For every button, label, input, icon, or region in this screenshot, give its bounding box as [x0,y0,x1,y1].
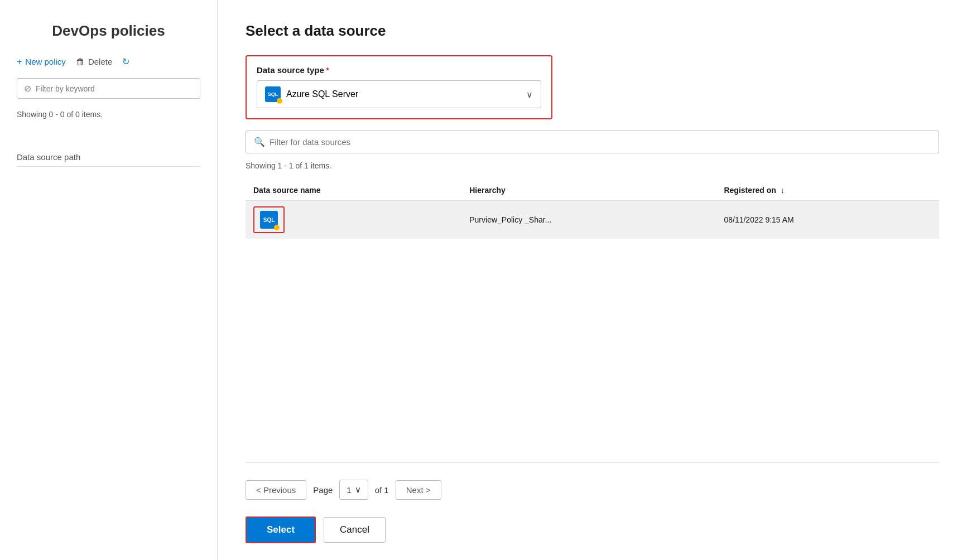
dialog-title: Select a data source [246,22,939,40]
cancel-button[interactable]: Cancel [324,517,386,543]
new-policy-label: New policy [25,57,66,66]
refresh-button[interactable]: ↻ [122,56,129,67]
chevron-down-icon: ∨ [526,89,533,100]
refresh-icon: ↻ [122,56,129,67]
sort-desc-icon: ↓ [781,186,785,195]
page-value: 1 [347,485,351,495]
selected-row-highlight: SQL [253,206,285,233]
datasource-type-dropdown[interactable]: SQL Azure SQL Server ∨ [257,80,541,108]
table-row[interactable]: SQL Purview_Policy _Shar... 08/11/2022 9… [246,201,939,239]
datasource-table-container: Data source name Hierarchy Registered on… [246,180,939,462]
page-chevron-icon: ∨ [355,485,361,495]
datasource-table: Data source name Hierarchy Registered on… [246,180,939,239]
filter-icon: ⊘ [24,83,31,94]
main-panel: Select a data source Data source type* S… [218,0,967,560]
sidebar-filter-wrapper: ⊘ [17,78,200,99]
page-label: Page [313,485,333,495]
row-sql-icon: SQL [260,211,278,229]
previous-button[interactable]: < Previous [246,480,306,500]
action-buttons: Select Cancel [246,511,939,543]
sidebar-showing-text: Showing 0 - 0 of 0 items. [17,110,200,119]
row-name-cell: SQL [246,201,461,239]
next-label: Next > [406,485,431,495]
required-marker: * [326,65,329,75]
next-button[interactable]: Next > [396,480,441,500]
sidebar-filter-input[interactable] [36,84,193,93]
sql-server-icon: SQL [265,86,281,102]
sidebar-toolbar: + New policy 🗑 Delete ↻ [17,56,200,67]
col-header-registered-on[interactable]: Registered on ↓ [716,180,939,201]
search-icon: 🔍 [254,137,265,147]
sidebar-title: DevOps policies [17,22,200,40]
row-registered-on-cell: 08/11/2022 9:15 AM [716,201,939,239]
sidebar-datasource-path-label: Data source path [17,152,200,167]
col-header-name: Data source name [246,180,461,201]
delete-icon: 🗑 [76,57,85,67]
row-hierarchy-cell: Purview_Policy _Shar... [461,201,716,239]
sidebar: DevOps policies + New policy 🗑 Delete ↻ … [0,0,218,560]
datasource-showing-text: Showing 1 - 1 of 1 items. [246,161,939,170]
datasource-filter-input[interactable] [270,137,931,147]
datasource-type-section: Data source type* SQL Azure SQL Server ∨ [246,55,552,119]
col-header-hierarchy: Hierarchy [461,180,716,201]
datasource-type-value: Azure SQL Server [286,89,358,99]
new-policy-button[interactable]: + New policy [17,57,66,67]
pagination-bar: < Previous Page 1 ∨ of 1 Next > [246,462,939,500]
delete-button[interactable]: 🗑 Delete [76,57,112,67]
datasource-filter-wrapper: 🔍 [246,131,939,153]
page-select-dropdown[interactable]: 1 ∨ [339,480,368,500]
plus-icon: + [17,57,22,67]
previous-label: < Previous [256,485,296,495]
delete-label: Delete [88,57,112,66]
of-label: of 1 [375,485,389,495]
select-button[interactable]: Select [246,516,316,543]
datasource-type-label: Data source type* [257,65,541,75]
